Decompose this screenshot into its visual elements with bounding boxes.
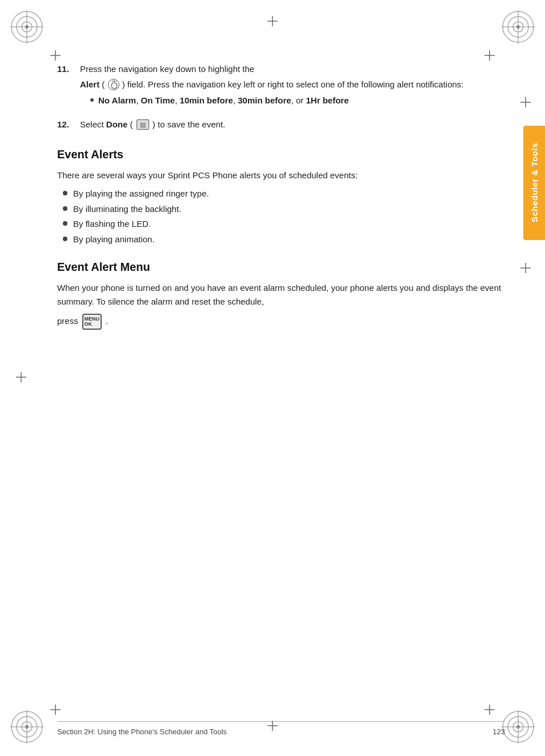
crosshair-right-lower: [520, 263, 531, 275]
footer-right: 123: [492, 727, 505, 736]
subbullet-alarm-options: No Alarm, On Time, 10min before, 30min b…: [90, 94, 505, 107]
menu-ok-key: MENUOK: [82, 314, 102, 330]
main-content: 11. Press the navigation key down to hig…: [57, 63, 505, 335]
subbullet-dot: [90, 98, 94, 102]
corner-decoration-tr: [502, 10, 535, 46]
done-icon: ▤: [137, 119, 149, 130]
bullet-animation-text: By playing animation.: [73, 233, 155, 246]
side-tab-label: Scheduler & Tools: [530, 143, 539, 222]
subbullet-alarm-text: No Alarm, On Time, 10min before, 30min b…: [98, 94, 349, 107]
step-12-number: 12.: [57, 118, 80, 134]
bullet-led-text: By flashing the LED.: [73, 218, 151, 231]
corner-decoration-br: [502, 710, 535, 746]
step-11-content: Press the navigation key down to highlig…: [80, 63, 505, 109]
bullet-dot-1: [63, 191, 67, 195]
crosshair-bl: [50, 705, 61, 717]
svg-line-45: [115, 81, 117, 82]
crosshair-tr: [484, 50, 495, 63]
step-11-subbullets: No Alarm, On Time, 10min before, 30min b…: [90, 94, 505, 107]
bullet-dot-3: [63, 221, 67, 226]
event-alerts-bullets: By playing the assigned ringer type. By …: [63, 187, 505, 246]
corner-decoration-tl: [10, 10, 43, 46]
side-tab: Scheduler & Tools: [523, 126, 545, 240]
page: Scheduler & Tools 11. Press the navigati…: [0, 0, 545, 756]
crosshair-right-upper: [520, 97, 531, 110]
step-12: 12. Select Done ( ▤ ) to save the event.: [57, 118, 505, 134]
bullet-led: By flashing the LED.: [63, 218, 505, 231]
step-11-text-line1: Press the navigation key down to highlig…: [80, 63, 505, 76]
bullet-backlight: By illuminating the backlight.: [63, 203, 505, 216]
crosshair-top-center: [267, 16, 278, 29]
step-12-content: Select Done ( ▤ ) to save the event.: [80, 118, 505, 134]
svg-point-42: [111, 83, 117, 89]
corner-decoration-bl: [10, 710, 43, 746]
crosshair-br: [484, 705, 495, 717]
event-alerts-heading: Event Alerts: [57, 146, 505, 163]
event-alert-menu-press: press MENUOK .: [57, 314, 505, 330]
event-alert-menu-heading: Event Alert Menu: [57, 258, 505, 275]
bullet-dot-2: [63, 206, 67, 211]
bullet-backlight-text: By illuminating the backlight.: [73, 203, 181, 216]
svg-line-44: [112, 81, 113, 82]
step-11: 11. Press the navigation key down to hig…: [57, 63, 505, 109]
footer-left: Section 2H: Using the Phone's Scheduler …: [57, 727, 227, 736]
bullet-ringer: By playing the assigned ringer type.: [63, 187, 505, 201]
crosshair-left-center: [16, 372, 26, 385]
bullet-dot-4: [63, 237, 67, 241]
bullet-ringer-text: By playing the assigned ringer type.: [73, 187, 209, 201]
step-11-text-line2: Alert ( ) field. Press the navigation ke…: [80, 78, 505, 91]
bullet-animation: By playing animation.: [63, 233, 505, 246]
step-11-number: 11.: [57, 63, 80, 109]
event-alerts-intro: There are several ways your Sprint PCS P…: [57, 169, 505, 182]
event-alert-menu-body: When your phone is turned on and you hav…: [57, 281, 505, 308]
alert-icon: [108, 79, 119, 90]
step-12-text: Select Done ( ▤ ) to save the event.: [80, 118, 505, 131]
crosshair-tl: [50, 50, 61, 63]
footer: Section 2H: Using the Phone's Scheduler …: [57, 721, 505, 736]
